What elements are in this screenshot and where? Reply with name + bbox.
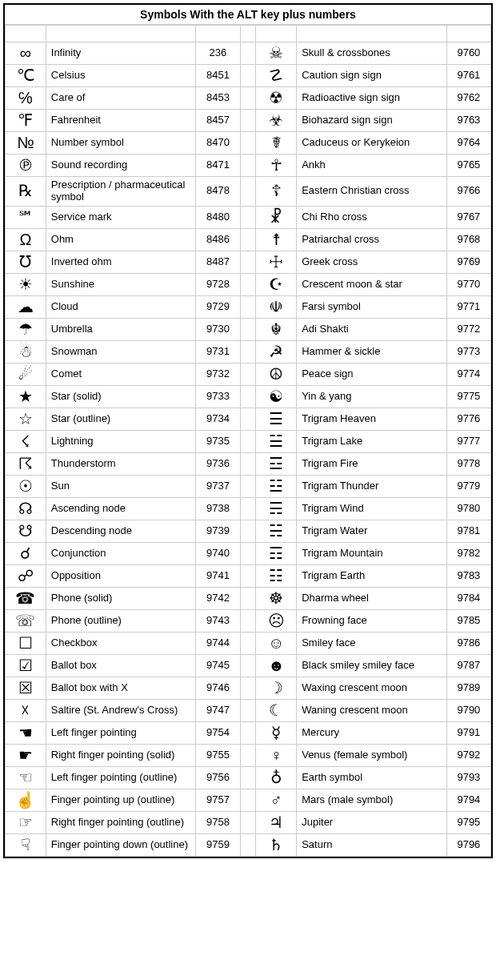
symbol-glyph: ♁ xyxy=(256,766,297,789)
symbol-name: Trigram Heaven xyxy=(297,408,447,430)
symbol-name: Jupiter xyxy=(297,811,447,833)
gap-cell xyxy=(240,87,256,110)
symbol-code: 9745 xyxy=(196,654,240,677)
symbol-name: Waxing crescent moon xyxy=(297,677,447,699)
symbol-code: 9756 xyxy=(196,766,240,789)
table-row: ∞Infinity236☠Skull & crossbones9760 xyxy=(6,42,491,65)
symbol-glyph: ☥ xyxy=(256,155,297,177)
symbol-glyph: ☀ xyxy=(6,273,46,295)
table-row: ☇Lightning9735☱Trigram Lake9777 xyxy=(6,430,491,452)
symbol-glyph: ☡ xyxy=(256,65,297,87)
symbol-glyph: ★ xyxy=(6,385,46,408)
symbol-code: 9786 xyxy=(446,632,490,654)
symbol-name: Saltire (St. Andrew's Cross) xyxy=(46,699,196,721)
gap-cell xyxy=(240,452,256,475)
table-row: ℠Service mark8480☧Chi Rho cross9767 xyxy=(6,206,491,228)
symbol-glyph: ☏ xyxy=(6,609,46,632)
symbol-glyph: ☦ xyxy=(256,177,297,207)
symbol-code: 9765 xyxy=(446,155,490,177)
symbol-glyph: ℉ xyxy=(6,110,46,132)
symbol-glyph: ☁ xyxy=(6,295,46,318)
symbol-code: 9782 xyxy=(446,542,490,564)
symbol-name: Trigram Mountain xyxy=(297,542,447,564)
symbol-code: 9783 xyxy=(446,564,490,587)
gap-cell xyxy=(240,609,256,632)
symbol-glyph: ☎ xyxy=(6,587,46,609)
symbol-code: 9795 xyxy=(446,811,490,833)
symbol-glyph: ℧ xyxy=(6,251,46,273)
gap-cell xyxy=(240,654,256,677)
symbol-name: Sunshine xyxy=(46,273,196,295)
symbol-glyph: ℠ xyxy=(6,206,46,228)
symbol-glyph: ☈ xyxy=(6,452,46,475)
symbol-glyph: ☂ xyxy=(6,318,46,340)
symbol-name: Fahrenheit xyxy=(46,110,196,132)
gap-cell xyxy=(240,65,256,87)
symbol-name: Frowning face xyxy=(297,609,447,632)
symbol-name: Ohm xyxy=(46,228,196,251)
blank-row xyxy=(6,26,491,42)
symbol-glyph: ☴ xyxy=(256,497,297,520)
symbol-code: 8487 xyxy=(196,251,240,273)
symbol-glyph: ♄ xyxy=(256,833,297,856)
symbol-name: Ankh xyxy=(297,155,447,177)
symbol-glyph: ☟ xyxy=(6,833,46,856)
gap-cell xyxy=(240,132,256,155)
symbol-glyph: ☸ xyxy=(256,587,297,609)
table-row: ☊Ascending node9738☴Trigram Wind9780 xyxy=(6,497,491,520)
symbol-name: Trigram Wind xyxy=(297,497,447,520)
symbol-name: Hammer & sickle xyxy=(297,340,447,363)
symbol-code: 9730 xyxy=(196,318,240,340)
symbol-glyph: ☆ xyxy=(6,408,46,430)
symbol-code: 9796 xyxy=(446,833,490,856)
table-row: ☜Left finger pointing (outline)9756♁Eart… xyxy=(6,766,491,789)
symbol-glyph: ☽ xyxy=(256,677,297,699)
symbol-code: 9742 xyxy=(196,587,240,609)
symbol-code: 8453 xyxy=(196,87,240,110)
table-row: ΩOhm8486☨Patriarchal cross9768 xyxy=(6,228,491,251)
symbol-name: Sun xyxy=(46,475,196,497)
symbol-name: Finger pointing up (outline) xyxy=(46,789,196,811)
symbol-glyph: Ω xyxy=(6,228,46,251)
symbol-name: Infinity xyxy=(46,42,196,65)
symbol-name: Sound recording xyxy=(46,155,196,177)
symbol-name: Patriarchal cross xyxy=(297,228,447,251)
symbol-code: 9736 xyxy=(196,452,240,475)
table-row: ☉Sun9737☳Trigram Thunder9779 xyxy=(6,475,491,497)
symbol-glyph: ☩ xyxy=(256,251,297,273)
symbol-code: 9769 xyxy=(446,251,490,273)
symbol-glyph: ☱ xyxy=(256,430,297,452)
symbol-name: Mercury xyxy=(297,721,447,744)
table-row: ℅Care of8453☢Radioactive sign sign9762 xyxy=(6,87,491,110)
symbol-code: 9790 xyxy=(446,699,490,721)
symbol-glyph: ☬ xyxy=(256,318,297,340)
table-title: Symbols With the ALT key plus numbers xyxy=(5,5,491,25)
symbol-code: 9791 xyxy=(446,721,490,744)
gap-cell xyxy=(240,587,256,609)
symbol-glyph: ☻ xyxy=(256,654,297,677)
gap-cell xyxy=(240,811,256,833)
gap-cell xyxy=(240,251,256,273)
table-row: ☄Comet9732☮Peace sign9774 xyxy=(6,363,491,385)
symbol-glyph: ☛ xyxy=(6,744,46,766)
symbol-glyph: ☐ xyxy=(6,632,46,654)
symbol-glyph: ∞ xyxy=(6,42,46,65)
symbol-code: 9728 xyxy=(196,273,240,295)
symbol-glyph: ☯ xyxy=(256,385,297,408)
symbol-name: Phone (solid) xyxy=(46,587,196,609)
symbol-code: 9789 xyxy=(446,677,490,699)
symbols-table-container: Symbols With the ALT key plus numbers ∞I… xyxy=(3,3,493,858)
symbol-name: Star (solid) xyxy=(46,385,196,408)
symbol-glyph: ☜ xyxy=(6,766,46,789)
symbol-code: 9762 xyxy=(446,87,490,110)
gap-cell xyxy=(240,520,256,542)
symbol-glyph: ☊ xyxy=(6,497,46,520)
symbol-glyph: ☳ xyxy=(256,475,297,497)
symbol-code: 9773 xyxy=(446,340,490,363)
symbol-glyph: ☹ xyxy=(256,609,297,632)
symbol-code: 8478 xyxy=(196,177,240,207)
symbol-name: Caution sign sign xyxy=(297,65,447,87)
symbol-name: Right finger pointing (outline) xyxy=(46,811,196,833)
gap-cell xyxy=(240,206,256,228)
gap-cell xyxy=(240,42,256,65)
